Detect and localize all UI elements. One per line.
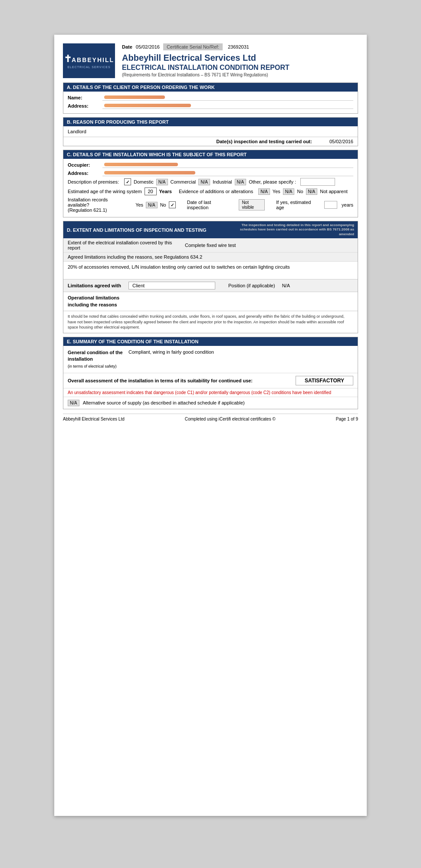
header-info: Date 05/02/2016 Certificate Serial No/Re… <box>122 43 358 77</box>
install-no: No <box>160 202 166 207</box>
inspection-date-value: 05/02/2016 <box>329 139 353 144</box>
date-last-label: Date of last inspection <box>187 200 234 210</box>
section-a-header: A. DETAILS OF THE CLIENT OR PERSON ORDER… <box>63 83 358 92</box>
other-na: N/A <box>235 179 247 185</box>
occupier-label: Occupier: <box>68 162 102 168</box>
c-address-row: Address: <box>68 170 353 176</box>
domestic-label: Domestic <box>134 179 154 184</box>
evidence-label: Evidence of additions or alterations <box>179 189 253 194</box>
reason-text: Landlord <box>63 126 358 137</box>
if-yes-age-box <box>324 201 337 209</box>
operational-row: Operational limitations including the re… <box>63 292 358 311</box>
section-c-header: C. DETAILS OF THE INSTALLATION WHICH IS … <box>63 150 358 159</box>
limitations-agreed-row: Limitations agreed with Client Position … <box>63 279 358 292</box>
cables-note: It should be noted that cables concealed… <box>63 311 358 333</box>
section-e: E. SUMMARY OF THE CONDITION OF THE INSTA… <box>63 337 358 409</box>
section-b-header: B. REASON FOR PRODUCING THIS REPORT <box>63 118 358 126</box>
install-yes-na: N/A <box>146 202 158 208</box>
section-d-note: The inspection and testing detailed in t… <box>224 223 354 237</box>
general-condition-row: General condition of the installation (i… <box>63 346 358 373</box>
industrial-na: N/A <box>198 179 210 185</box>
logo-cross: ✝ABBEYHILL <box>64 53 114 65</box>
lim-agreed-label: Limitations agreed with <box>68 283 124 288</box>
footer-page: Page 1 of 9 <box>336 417 358 421</box>
footer-company: Abbeyhill Electrical Services Ltd <box>63 417 125 421</box>
satisfactory-value: SATISFACTORY <box>296 376 353 385</box>
section-b: B. REASON FOR PRODUCING THIS REPORT Land… <box>63 117 358 146</box>
alt-source-row: N/A Alternative source of supply (as des… <box>63 397 358 409</box>
installation-records-row: Installation records available? (Regulat… <box>68 197 353 213</box>
name-value <box>102 94 353 101</box>
footer-completed: Completed using iCertifi electrical cert… <box>185 417 276 421</box>
if-yes-age-label: If yes, estimated age <box>276 200 320 210</box>
report-title: ELECTRICAL INSTALLATION CONDITION REPORT <box>122 64 358 72</box>
section-d: D. EXTENT AND LIMITATIONS OF INSPECTION … <box>63 221 358 333</box>
evidence-na3: N/A <box>306 188 318 195</box>
logo-subtitle: ELECTRICAL SERVICES <box>67 66 110 69</box>
date-label: Date <box>122 44 132 49</box>
overall-label: Overall assessment of the installation i… <box>68 378 291 383</box>
company-logo: ✝ABBEYHILL ELECTRICAL SERVICES <box>63 43 115 78</box>
inspection-date-row: Date(s) inspection and testing carried o… <box>63 137 358 146</box>
agreed-limitations-label: Agreed limitations including the reasons… <box>68 254 202 260</box>
install-yes: Yes <box>135 202 143 207</box>
address-redacted <box>104 104 191 107</box>
industrial-label: Industrial <box>213 179 232 184</box>
occupier-value <box>102 161 353 168</box>
other-label: Other, please specify : <box>249 179 296 184</box>
c-address-redacted <box>104 171 195 174</box>
gc-label: General condition of the installation (i… <box>68 349 124 369</box>
section-a-content: Name: Address: <box>63 92 358 113</box>
evidence-not-apparent: Not apparent <box>320 189 348 194</box>
other-specify-box <box>300 178 335 186</box>
evidence-na2: N/A <box>283 188 295 195</box>
premises-row: Description of premises: ✓ Domestic N/A … <box>68 178 353 186</box>
warning-text: An unsatisfactory assessment indicates t… <box>63 388 358 397</box>
evidence-no: No <box>297 189 303 194</box>
years-suffix: years <box>342 202 353 207</box>
install-records-label: Installation records available? (Regulat… <box>68 197 130 213</box>
address-value <box>102 102 353 109</box>
address-label: Address: <box>68 103 102 108</box>
date-value: 05/02/2016 <box>136 44 160 49</box>
age-value: 20 <box>145 187 157 195</box>
evidence-yes: Yes <box>273 189 280 194</box>
name-row: Name: <box>68 94 353 101</box>
document-page: ✝ABBEYHILL ELECTRICAL SERVICES Date 05/0… <box>54 35 367 816</box>
occupier-redacted <box>104 163 178 166</box>
install-no-checkbox: ✓ <box>169 201 176 208</box>
serial-badge: Certificate Serial No/Ref: <box>163 43 223 50</box>
gc-value: Compliant, wiring in fairly good conditi… <box>128 349 353 355</box>
limitations-text: 20% of accessories removed, L/N insulati… <box>63 262 358 279</box>
section-e-content: General condition of the installation (i… <box>63 346 358 409</box>
operational-label: Operational limitations including the re… <box>68 295 124 308</box>
years-label: Years <box>159 189 172 194</box>
commercial-na: N/A <box>156 179 168 185</box>
age-label: Estimated age of the wiring system <box>68 189 142 194</box>
c-address-label: Address: <box>68 171 102 176</box>
date-last-value: Not visible <box>239 199 265 210</box>
section-d-header: D. EXTENT AND LIMITATIONS OF INSPECTION … <box>63 221 358 238</box>
c-address-value <box>102 170 353 176</box>
serial-value: 23692031 <box>228 44 249 49</box>
position-label: Position (if applicable) <box>228 283 275 288</box>
section-c-content: Occupier: Address: Description of premis… <box>63 159 358 217</box>
commercial-label: Commercial <box>171 179 196 184</box>
page-footer: Abbeyhill Electrical Services Ltd Comple… <box>63 414 358 421</box>
date-serial-row: Date 05/02/2016 Certificate Serial No/Re… <box>122 43 358 50</box>
address-row: Address: <box>68 102 353 109</box>
occupier-row: Occupier: <box>68 161 353 168</box>
section-c: C. DETAILS OF THE INSTALLATION WHICH IS … <box>63 150 358 217</box>
inspection-date-label: Date(s) inspection and testing carried o… <box>216 139 312 144</box>
evidence-na: N/A <box>258 188 270 195</box>
domestic-checkbox: ✓ <box>124 178 131 185</box>
agreed-limitations-row: Agreed limitations including the reasons… <box>63 253 358 262</box>
name-label: Name: <box>68 95 102 100</box>
premises-label: Description of premises: <box>68 179 119 184</box>
gc-sublabel: (in terms of electrical safety) <box>68 364 117 368</box>
position-value: N/A <box>282 283 290 288</box>
section-e-header: E. SUMMARY OF THE CONDITION OF THE INSTA… <box>63 337 358 346</box>
company-name: Abbeyhill Electrical Services Ltd <box>122 53 358 63</box>
extent-value: Complete fixed wire test <box>185 243 236 248</box>
overall-row: Overall assessment of the installation i… <box>63 373 358 388</box>
